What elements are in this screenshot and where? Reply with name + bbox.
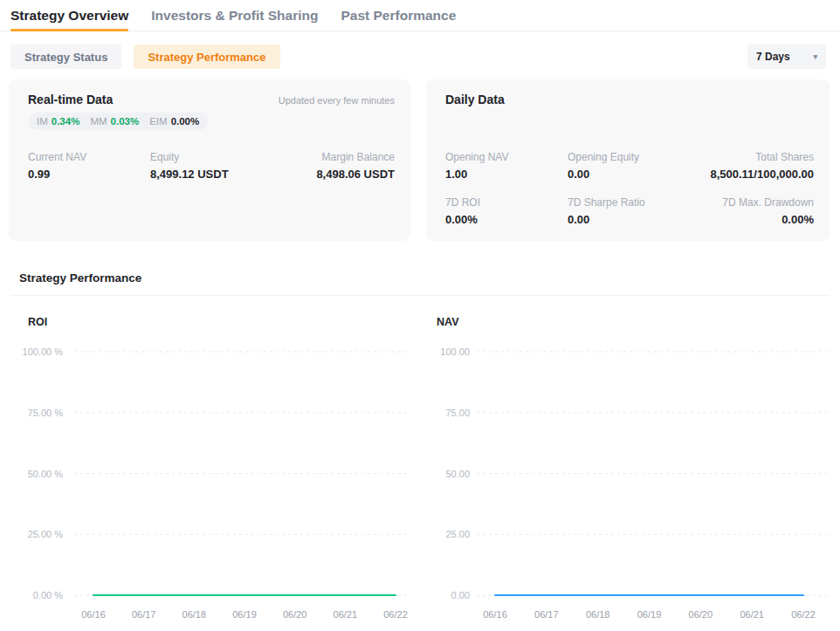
updated-note: Updated every few minutes [279, 93, 395, 106]
margin-balance-stat: Margin Balance 8,498.06 USDT [316, 151, 395, 181]
opening-nav-value: 1.00 [445, 168, 568, 181]
x-tick-label: 06/19 [232, 609, 257, 620]
opening-equity-value: 0.00 [568, 168, 710, 181]
x-tick-label: 06/18 [182, 609, 207, 620]
opening-equity-label: Opening Equity [568, 151, 710, 163]
data-cards-row: Real-time Data Updated every few minutes… [9, 79, 830, 241]
im-badge: IM 0.34% [37, 116, 79, 127]
equity-label: Equity [150, 151, 316, 163]
daily-card-title: Daily Data [445, 93, 505, 106]
current-nav-value: 0.99 [28, 168, 150, 181]
mm-badge-value: 0.03% [111, 116, 140, 127]
period-select[interactable]: 7 Days ▾ [747, 45, 826, 69]
7d-roi-value: 0.00% [445, 213, 568, 226]
7d-roi-label: 7D ROI [445, 196, 568, 209]
nav-chart-block: NAV 100.0075.0050.0025.000.0006/1606/170… [426, 296, 830, 631]
current-nav-label: Current NAV [28, 151, 150, 163]
subtab-strategy-performance[interactable]: Strategy Performance [134, 45, 279, 69]
opening-nav-stat: Opening NAV 1.00 [445, 151, 568, 181]
charts-row: ROI 100.00 %75.00 %50.00 %25.00 %0.00 %0… [9, 296, 830, 631]
total-shares-stat: Total Shares 8,500.11/100,000.00 [710, 151, 814, 181]
tab-strategy-overview[interactable]: Strategy Overview [10, 0, 128, 31]
margin-badges: IM 0.34% MM 0.03% EIM 0.00% [28, 113, 208, 130]
7d-sharpe-stat: 7D Sharpe Ratio 0.00 [568, 196, 722, 226]
7d-roi-stat: 7D ROI 0.00% [445, 196, 568, 226]
opening-equity-stat: Opening Equity 0.00 [568, 151, 710, 181]
caret-down-icon: ▾ [813, 53, 817, 61]
margin-balance-label: Margin Balance [316, 151, 395, 163]
sub-tab-row: Strategy Status Strategy Performance 7 D… [10, 45, 826, 69]
7d-max-drawdown-value: 0.00% [722, 213, 814, 226]
x-tick-label: 06/22 [791, 609, 816, 620]
total-shares-value: 8,500.11/100,000.00 [710, 168, 814, 181]
y-tick-label: 0.00 [451, 590, 470, 600]
y-tick-label: 0.00 % [33, 590, 63, 600]
x-tick-label: 06/22 [383, 609, 408, 620]
daily-data-card: Daily Data Opening NAV 1.00 Opening Equi… [426, 79, 830, 241]
performance-section-title: Strategy Performance [19, 271, 840, 285]
y-tick-label: 100.00 % [23, 346, 64, 357]
y-tick-label: 25.00 % [28, 529, 64, 539]
mm-badge: MM 0.03% [90, 116, 139, 127]
x-tick-label: 06/16 [81, 609, 106, 620]
x-tick-label: 06/17 [534, 609, 559, 620]
roi-chart: 100.00 %75.00 %50.00 %25.00 %0.00 %06/16… [9, 328, 412, 631]
daily-stats-row-2: 7D ROI 0.00% 7D Sharpe Ratio 0.00 7D Max… [445, 196, 814, 226]
y-tick-label: 50.00 [445, 469, 470, 479]
realtime-data-card: Real-time Data Updated every few minutes… [9, 79, 410, 241]
7d-sharpe-label: 7D Sharpe Ratio [568, 196, 722, 209]
equity-stat: Equity 8,499.12 USDT [150, 151, 316, 181]
roi-chart-block: ROI 100.00 %75.00 %50.00 %25.00 %0.00 %0… [9, 296, 412, 631]
nav-chart-title: NAV [426, 316, 830, 328]
equity-value: 8,499.12 USDT [150, 168, 316, 181]
y-tick-label: 100.00 [440, 346, 470, 357]
tab-investors-profit-sharing[interactable]: Investors & Profit Sharing [151, 0, 318, 31]
nav-chart: 100.0075.0050.0025.000.0006/1606/1706/18… [426, 328, 830, 631]
period-select-value: 7 Days [756, 51, 790, 63]
roi-chart-title: ROI [9, 316, 412, 328]
y-tick-label: 75.00 % [28, 408, 64, 418]
x-tick-label: 06/18 [586, 609, 610, 620]
eim-badge-value: 0.00% [171, 116, 200, 127]
7d-sharpe-value: 0.00 [568, 213, 722, 226]
daily-stats-row-1: Opening NAV 1.00 Opening Equity 0.00 Tot… [445, 151, 814, 181]
x-tick-label: 06/21 [740, 609, 764, 620]
realtime-card-title: Real-time Data [28, 93, 113, 106]
x-tick-label: 06/20 [283, 609, 307, 620]
total-shares-label: Total Shares [710, 151, 814, 163]
im-badge-label: IM [37, 116, 48, 127]
eim-badge: EIM 0.00% [149, 116, 199, 127]
current-nav-stat: Current NAV 0.99 [28, 151, 150, 181]
eim-badge-label: EIM [149, 116, 167, 127]
im-badge-value: 0.34% [52, 116, 80, 127]
realtime-stats-row: Current NAV 0.99 Equity 8,499.12 USDT Ma… [28, 151, 395, 181]
x-tick-label: 06/20 [689, 609, 713, 620]
x-tick-label: 06/17 [132, 609, 156, 620]
subtab-strategy-status[interactable]: Strategy Status [10, 45, 121, 69]
y-tick-label: 50.00 % [28, 469, 64, 479]
opening-nav-label: Opening NAV [445, 151, 568, 163]
y-tick-label: 75.00 [445, 408, 470, 418]
y-tick-label: 25.00 [445, 529, 470, 539]
mm-badge-label: MM [90, 116, 107, 127]
x-tick-label: 06/21 [334, 609, 358, 620]
margin-balance-value: 8,498.06 USDT [316, 168, 395, 181]
x-tick-label: 06/16 [483, 609, 507, 620]
tab-past-performance[interactable]: Past Performance [341, 0, 456, 31]
main-tab-bar: Strategy Overview Investors & Profit Sha… [0, 0, 840, 31]
7d-max-drawdown-label: 7D Max. Drawdown [722, 196, 814, 209]
x-tick-label: 06/19 [637, 609, 662, 620]
7d-max-drawdown-stat: 7D Max. Drawdown 0.00% [722, 196, 814, 226]
